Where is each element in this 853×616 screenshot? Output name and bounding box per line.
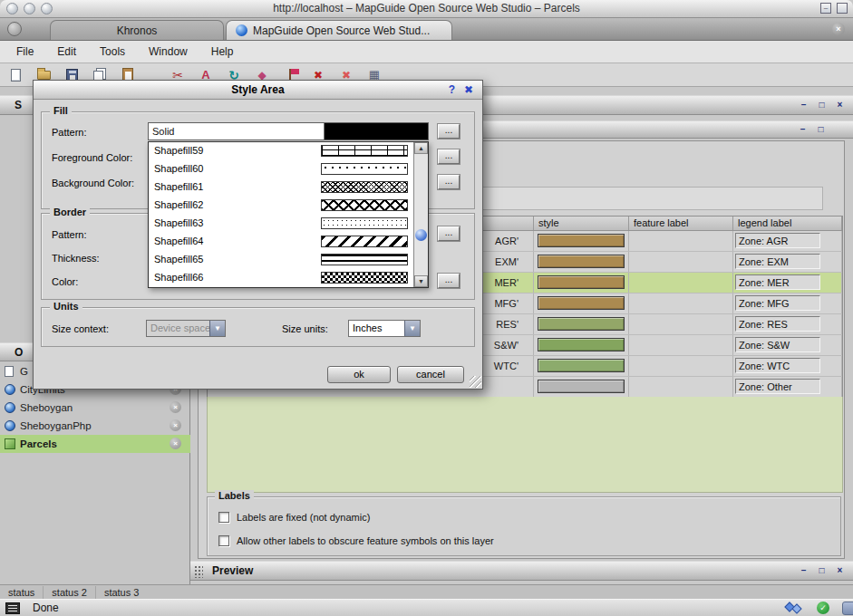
scroll-up-icon[interactable] bbox=[414, 142, 428, 154]
minimize-box-icon[interactable]: – bbox=[820, 3, 831, 14]
style-column-header[interactable]: style bbox=[534, 217, 629, 230]
tab-overflow-button[interactable] bbox=[7, 22, 22, 36]
panel-close-icon[interactable] bbox=[834, 100, 846, 111]
cancel-button[interactable]: cancel bbox=[397, 366, 464, 383]
minimize-window-button[interactable] bbox=[24, 3, 35, 14]
sidebar-item-sheboygan[interactable]: Sheboygan bbox=[0, 399, 190, 417]
style-swatch-button[interactable] bbox=[538, 275, 625, 289]
tab-khronos[interactable]: Khronos bbox=[50, 20, 224, 40]
border-pattern-label: Pattern: bbox=[52, 229, 87, 240]
panel-minimize-icon[interactable] bbox=[798, 565, 809, 577]
legend-label-cell: Zone: WTC bbox=[733, 356, 842, 376]
panel-maximize-icon[interactable] bbox=[816, 565, 828, 577]
panel-maximize-icon[interactable] bbox=[816, 100, 828, 111]
feature-label-column-header[interactable]: feature label bbox=[629, 217, 733, 230]
sidebar-item-parcels[interactable]: Parcels bbox=[0, 435, 190, 453]
labels-obscure-checkbox[interactable] bbox=[218, 535, 229, 546]
feature-label-cell[interactable] bbox=[629, 252, 733, 272]
fill-pattern-browse-button[interactable]: ... bbox=[438, 124, 460, 139]
legend-label-field[interactable]: Zone: EXM bbox=[735, 254, 820, 269]
status-done-text: Done bbox=[33, 602, 59, 614]
legend-label-field[interactable]: Zone: RES bbox=[735, 316, 820, 332]
scrollbar-thumb[interactable] bbox=[415, 229, 427, 241]
new-icon[interactable] bbox=[7, 67, 24, 83]
browser-window: http://localhost – MapGuide Open Source … bbox=[0, 0, 853, 616]
pattern-option-shapefill62[interactable]: Shapefill62 bbox=[149, 197, 428, 215]
close-item-icon[interactable] bbox=[170, 438, 181, 449]
menu-tools[interactable]: Tools bbox=[100, 45, 125, 58]
pattern-option-shapefill63[interactable]: Shapefill63 bbox=[149, 215, 428, 233]
background-color-browse-button[interactable]: ... bbox=[438, 175, 460, 189]
close-item-icon[interactable] bbox=[170, 401, 181, 413]
drag-grip-icon[interactable] bbox=[194, 565, 203, 578]
menu-edit[interactable]: Edit bbox=[57, 45, 76, 58]
menu-help[interactable]: Help bbox=[211, 45, 234, 58]
fill-pattern-combobox[interactable]: Solid bbox=[148, 122, 429, 140]
pattern-preview-brick-icon bbox=[321, 145, 408, 157]
corner-tray-icon[interactable] bbox=[842, 602, 853, 615]
labels-obscure-row: Allow other labels to obscure feature sy… bbox=[218, 535, 494, 546]
style-swatch-button[interactable] bbox=[538, 359, 625, 372]
feature-label-cell[interactable] bbox=[629, 377, 733, 397]
panel-minimize-icon[interactable] bbox=[797, 124, 809, 136]
pattern-option-shapefill59[interactable]: Shapefill59 bbox=[149, 142, 428, 160]
close-item-icon[interactable] bbox=[170, 419, 181, 431]
pattern-option-shapefill65[interactable]: Shapefill65 bbox=[149, 251, 428, 269]
style-swatch-button[interactable] bbox=[538, 317, 625, 331]
feature-label-cell[interactable] bbox=[629, 314, 733, 334]
resize-grip-icon[interactable] bbox=[470, 376, 481, 388]
rules-selection-area[interactable] bbox=[207, 397, 843, 493]
panel-window-controls bbox=[797, 124, 827, 136]
style-cell bbox=[534, 294, 629, 313]
dialog-close-icon[interactable]: ✖ bbox=[464, 81, 473, 100]
legend-label-column-header[interactable]: legend label bbox=[733, 217, 842, 230]
pattern-option-shapefill64[interactable]: Shapefill64 bbox=[149, 233, 428, 251]
tab-favicon-globe-icon bbox=[236, 24, 247, 36]
online-status-check-icon[interactable] bbox=[817, 602, 829, 614]
menu-file[interactable]: File bbox=[16, 45, 34, 58]
network-activity-icon bbox=[786, 603, 806, 613]
size-units-label: Size units: bbox=[282, 323, 328, 334]
size-units-select[interactable]: Inches bbox=[348, 320, 421, 337]
foreground-color-browse-button[interactable]: ... bbox=[438, 149, 460, 164]
labels-fixed-checkbox[interactable] bbox=[218, 512, 229, 523]
style-swatch-button[interactable] bbox=[538, 234, 625, 247]
pattern-option-shapefill60[interactable]: Shapefill60 bbox=[149, 160, 428, 178]
legend-label-field[interactable]: Zone: MER bbox=[735, 274, 820, 290]
legend-label-field[interactable]: Zone: Other bbox=[735, 379, 820, 394]
style-cell bbox=[534, 314, 629, 334]
panel-close-icon[interactable] bbox=[834, 565, 846, 577]
border-pattern-browse-button[interactable]: ... bbox=[438, 226, 460, 241]
legend-label-field[interactable]: Zone: S&W bbox=[735, 337, 820, 352]
panel-maximize-icon[interactable] bbox=[815, 124, 827, 136]
feature-label-cell[interactable] bbox=[629, 294, 733, 313]
legend-label-field[interactable]: Zone: WTC bbox=[735, 358, 820, 373]
panel-minimize-icon[interactable] bbox=[798, 100, 809, 111]
ok-button[interactable]: ok bbox=[327, 366, 391, 383]
dropdown-scrollbar[interactable] bbox=[413, 142, 428, 287]
style-swatch-button[interactable] bbox=[538, 255, 625, 268]
size-context-select[interactable]: Device space bbox=[146, 320, 226, 337]
maximize-box-icon[interactable] bbox=[837, 3, 848, 14]
legend-label-field[interactable]: Zone: AGR bbox=[735, 233, 820, 248]
feature-label-cell[interactable] bbox=[629, 335, 733, 355]
border-color-browse-button[interactable]: ... bbox=[438, 274, 460, 288]
pattern-option-shapefill61[interactable]: Shapefill61 bbox=[149, 178, 428, 197]
tab-mapguide[interactable]: MapGuide Open Source Web Stud... bbox=[226, 20, 452, 40]
feature-label-cell[interactable] bbox=[629, 231, 733, 251]
menu-window[interactable]: Window bbox=[149, 45, 188, 58]
dialog-titlebar[interactable]: Style Area ? ✖ bbox=[34, 81, 482, 100]
dialog-help-icon[interactable]: ? bbox=[449, 81, 455, 100]
zoom-window-button[interactable] bbox=[41, 3, 53, 14]
tab-close-icon[interactable] bbox=[832, 23, 845, 35]
legend-label-field[interactable]: Zone: MFG bbox=[735, 295, 820, 311]
pattern-option-shapefill66[interactable]: Shapefill66 bbox=[149, 269, 428, 287]
close-window-button[interactable] bbox=[6, 3, 18, 14]
style-swatch-button[interactable] bbox=[538, 338, 625, 351]
sidebar-item-sheboyganphp[interactable]: SheboyganPhp bbox=[0, 417, 190, 435]
scroll-down-icon[interactable] bbox=[414, 275, 428, 287]
feature-label-cell[interactable] bbox=[629, 273, 733, 293]
style-swatch-button[interactable] bbox=[538, 296, 625, 310]
style-swatch-button[interactable] bbox=[538, 380, 625, 393]
feature-label-cell[interactable] bbox=[629, 356, 733, 376]
